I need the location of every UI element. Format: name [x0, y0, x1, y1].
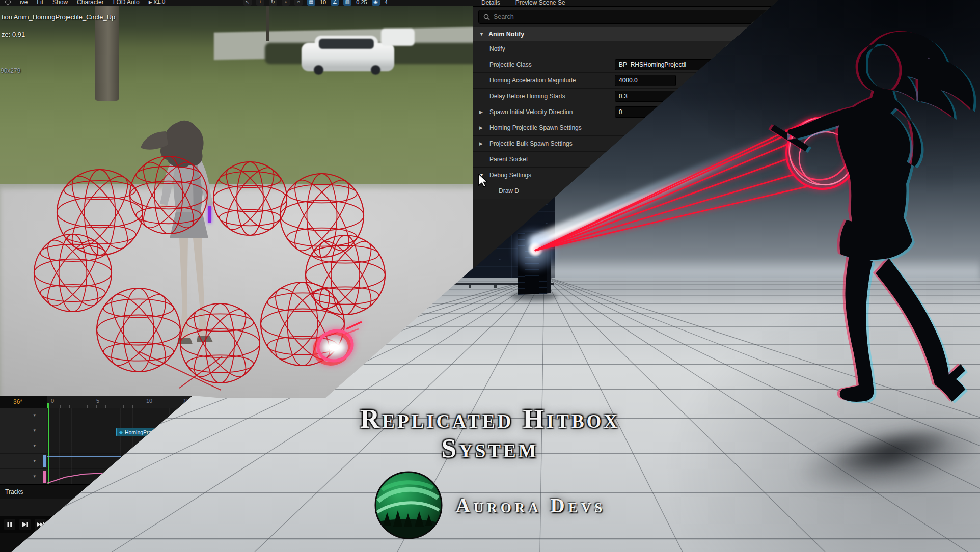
chevron-right-icon[interactable]: ▶: [479, 141, 489, 146]
impact-glow-core: [528, 242, 543, 257]
playback-speed-button[interactable]: ▶x1.0: [149, 0, 166, 5]
mouse-cursor: [478, 174, 489, 189]
property-label: Homing Acceleration Magnitude: [489, 77, 615, 84]
select-icon[interactable]: ↖: [243, 0, 252, 6]
thumbnail-canvas: iveLitShowCharacterLOD Auto▶x1.0 ↖+↻▫○▦1…: [0, 0, 980, 552]
section-header-anim-notify[interactable]: ▼ Anim Notify: [473, 27, 779, 41]
snap-value: 0.25: [356, 0, 367, 6]
chevron-down-icon[interactable]: ▼: [479, 32, 484, 37]
search-placeholder: Search: [494, 13, 514, 20]
search-input[interactable]: Search: [478, 10, 774, 24]
ruler-mark: 0: [51, 398, 54, 404]
rotation-snap-icon[interactable]: ∠: [331, 0, 339, 6]
dropdown-value: BP_RHSHomingProjectil: [619, 61, 686, 68]
car-wheel: [371, 65, 380, 75]
car-windows: [319, 39, 374, 49]
move-icon[interactable]: +: [256, 0, 264, 6]
car-wheel: [314, 65, 323, 75]
rotate-icon[interactable]: ↻: [269, 0, 277, 6]
ruler-mark: 10: [146, 398, 152, 404]
camera-icon[interactable]: ◉: [372, 0, 380, 6]
toolbar-button-show[interactable]: Show: [52, 0, 68, 5]
title-line-1: Replicated Hitbox: [0, 404, 980, 433]
title-card: Replicated Hitbox System: [0, 404, 980, 539]
brand-row: Aurora Devs: [0, 471, 980, 539]
property-label: Notify: [489, 45, 615, 52]
toolbar-button-ive[interactable]: ive: [20, 0, 28, 5]
chevron-right-icon[interactable]: ▶: [479, 109, 489, 115]
animation-name-label: tion Anim_HomingProjectile_Circle_Up: [2, 13, 115, 21]
snap-value: 10: [320, 0, 326, 6]
property-value-input[interactable]: 4000.0: [615, 75, 676, 86]
toolbar-button-character[interactable]: Character: [77, 0, 104, 5]
ruler-mark: 5: [96, 398, 99, 404]
grid-snap-icon[interactable]: ▦: [307, 0, 315, 6]
play-icon: ▶: [149, 0, 152, 5]
toolbar-right-group: ↖+↻▫○▦10∠▥0.25◉4: [243, 0, 388, 6]
horizon-haze: [540, 257, 980, 287]
property-label: Projectile Class: [489, 61, 615, 68]
section-title: Anim Notify: [488, 31, 524, 38]
snap-value: 4: [385, 0, 388, 6]
brand-name: Aurora Devs: [456, 494, 606, 517]
title-line-2: System: [0, 433, 980, 463]
aurora-devs-logo: [374, 471, 443, 539]
chevron-right-icon[interactable]: ▶: [479, 125, 489, 130]
perspective-icon: [5, 0, 11, 5]
photo-pole: [266, 3, 269, 41]
photo-car-2: [381, 29, 415, 46]
world-icon[interactable]: ○: [294, 0, 303, 6]
scale-icon[interactable]: ▫: [282, 0, 290, 6]
toolbar-left-group: iveLitShowCharacterLOD Auto▶x1.0: [5, 0, 165, 6]
homing-projectile-fx: [302, 316, 373, 389]
toolbar-button-lit[interactable]: Lit: [37, 0, 43, 5]
property-label: Delay Before Homing Starts: [489, 93, 615, 100]
property-label: Homing Projectile Spawn Settings: [489, 124, 615, 131]
size-label: ze: 0.91: [2, 31, 25, 38]
scale-snap-icon[interactable]: ▥: [343, 0, 351, 6]
property-label: Spawn Initial Velocity Direction: [489, 108, 615, 116]
photo-car: [302, 36, 394, 75]
tab-details[interactable]: Details: [481, 0, 500, 5]
property-label: Projectile Bulk Spawn Settings: [489, 140, 615, 147]
search-icon: [483, 14, 490, 20]
details-tab-bar: DetailsPreview Scene Se: [473, 0, 779, 7]
resolution-label: 90x279: [1, 67, 20, 74]
toolbar-button-lod-auto[interactable]: LOD Auto: [113, 0, 140, 5]
tab-preview-scene-se[interactable]: Preview Scene Se: [515, 0, 565, 5]
